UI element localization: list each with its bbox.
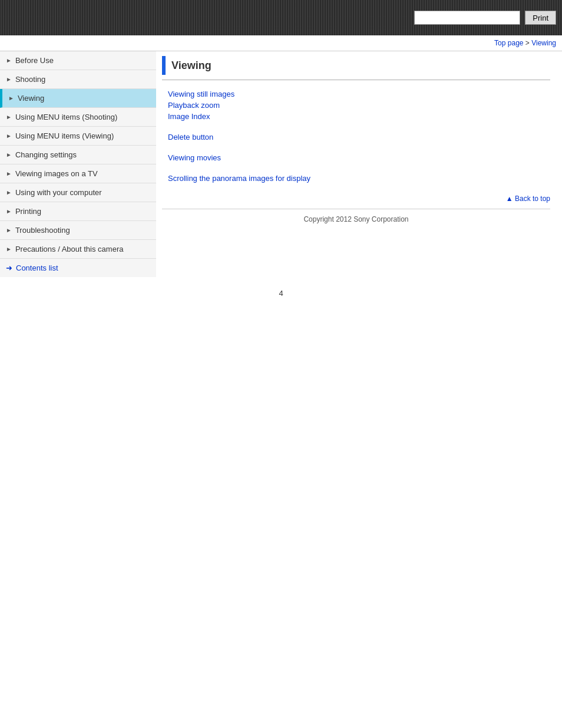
sidebar-item-using-computer[interactable]: ►Using with your computer xyxy=(0,183,156,202)
sidebar-item-label: Shooting xyxy=(15,75,45,84)
link-viewing-still[interactable]: Viewing still images xyxy=(168,90,550,98)
link-scrolling-panorama[interactable]: Scrolling the panorama images for displa… xyxy=(168,174,550,183)
search-input[interactable] xyxy=(414,11,520,25)
chevron-right-icon: ► xyxy=(6,133,12,139)
sidebar-item-label: Viewing images on a TV xyxy=(15,169,98,178)
back-to-top[interactable]: ▲ Back to top xyxy=(162,195,550,203)
chevron-right-icon: ► xyxy=(6,227,12,233)
sidebar-item-label: Using MENU items (Viewing) xyxy=(15,131,114,140)
chevron-right-icon: ► xyxy=(8,95,14,101)
links-section: Delete button xyxy=(162,133,550,141)
chevron-right-icon: ► xyxy=(6,208,12,215)
sidebar-item-using-menu-shooting[interactable]: ►Using MENU items (Shooting) xyxy=(0,108,156,127)
sidebar-item-label: Troubleshooting xyxy=(15,226,70,235)
sidebar-item-viewing-on-tv[interactable]: ►Viewing images on a TV xyxy=(0,164,156,183)
chevron-right-icon: ► xyxy=(6,246,12,252)
chevron-right-icon: ► xyxy=(6,114,12,120)
sidebar-item-using-menu-viewing[interactable]: ►Using MENU items (Viewing) xyxy=(0,127,156,146)
links-section: Scrolling the panorama images for displa… xyxy=(162,174,550,183)
footer: Copyright 2012 Sony Corporation xyxy=(162,209,550,229)
chevron-right-icon: ► xyxy=(6,151,12,158)
chevron-right-icon: ► xyxy=(6,57,12,64)
sidebar-item-label: Changing settings xyxy=(15,150,77,159)
page-number: 4 xyxy=(0,277,562,304)
sidebar-item-printing[interactable]: ►Printing xyxy=(0,202,156,221)
breadcrumb-top-link[interactable]: Top page xyxy=(494,39,523,47)
sidebar-item-label: Viewing xyxy=(18,94,44,103)
print-button[interactable]: Print xyxy=(525,11,556,25)
header: Print xyxy=(0,0,562,35)
page-title: Viewing xyxy=(171,60,211,72)
sidebar-item-precautions[interactable]: ►Precautions / About this camera xyxy=(0,240,156,259)
contents-list-link[interactable]: ➜ Contents list xyxy=(0,259,156,277)
sidebar-item-troubleshooting[interactable]: ►Troubleshooting xyxy=(0,221,156,240)
sidebar-item-changing-settings[interactable]: ►Changing settings xyxy=(0,146,156,164)
sidebar-item-label: Printing xyxy=(15,207,41,216)
chevron-right-icon: ► xyxy=(6,170,12,177)
link-delete-button[interactable]: Delete button xyxy=(168,133,550,141)
sidebar-item-before-use[interactable]: ►Before Use xyxy=(0,51,156,70)
chevron-right-icon: ► xyxy=(6,76,12,83)
links-section: Viewing still imagesPlayback zoomImage I… xyxy=(162,90,550,121)
sidebar: ►Before Use►Shooting►Viewing►Using MENU … xyxy=(0,51,156,277)
sidebar-item-label: Before Use xyxy=(15,56,54,65)
chevron-right-icon: ► xyxy=(6,189,12,196)
sidebar-item-viewing[interactable]: ►Viewing xyxy=(0,89,156,108)
contents-list-label: Contents list xyxy=(16,263,58,272)
main-layout: ►Before Use►Shooting►Viewing►Using MENU … xyxy=(0,51,562,277)
link-image-index[interactable]: Image Index xyxy=(168,112,550,121)
links-section: Viewing movies xyxy=(162,153,550,162)
sidebar-item-label: Using with your computer xyxy=(15,188,102,197)
page-title-bar: Viewing xyxy=(162,51,550,80)
link-playback-zoom[interactable]: Playback zoom xyxy=(168,101,550,110)
breadcrumb-current-link[interactable]: Viewing xyxy=(531,39,556,47)
sidebar-item-shooting[interactable]: ►Shooting xyxy=(0,70,156,89)
breadcrumb: Top page > Viewing xyxy=(0,35,562,51)
arrow-right-icon: ➜ xyxy=(6,263,12,272)
breadcrumb-separator: > xyxy=(525,39,531,47)
sidebar-item-label: Precautions / About this camera xyxy=(15,245,124,253)
title-indicator xyxy=(162,56,166,75)
sidebar-item-label: Using MENU items (Shooting) xyxy=(15,113,117,121)
content-area: Viewing Viewing still imagesPlayback zoo… xyxy=(156,51,562,241)
link-viewing-movies[interactable]: Viewing movies xyxy=(168,153,550,162)
